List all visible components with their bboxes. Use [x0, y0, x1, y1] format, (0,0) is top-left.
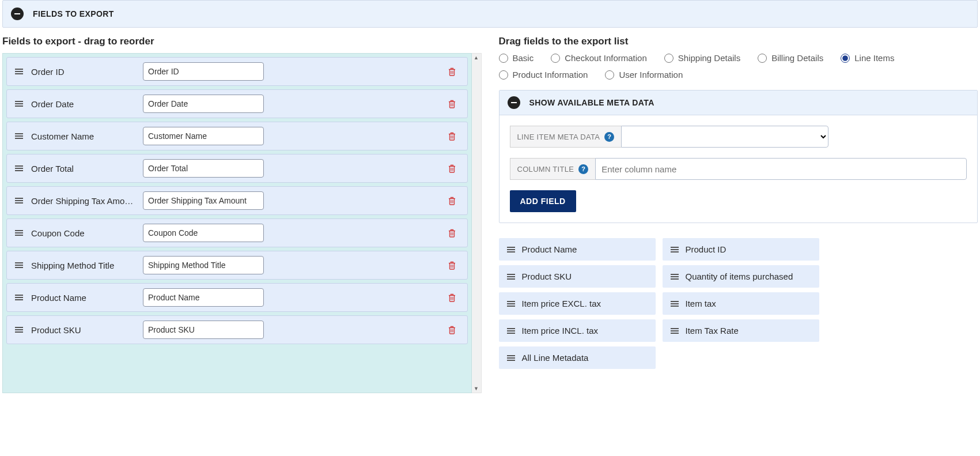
category-radio-input[interactable]: [499, 70, 508, 80]
column-title-input[interactable]: [595, 158, 967, 180]
export-field-input[interactable]: [143, 256, 264, 274]
export-field-row[interactable]: Order Total: [6, 154, 468, 183]
add-field-button[interactable]: ADD FIELD: [510, 190, 576, 212]
category-radio-input[interactable]: [664, 54, 673, 63]
drag-handle-icon[interactable]: [507, 328, 515, 334]
drag-handle-icon[interactable]: [15, 165, 23, 171]
export-field-input[interactable]: [143, 127, 264, 145]
drag-handle-icon[interactable]: [507, 247, 515, 253]
export-field-input[interactable]: [143, 95, 264, 113]
export-fields-list[interactable]: Order IDOrder DateCustomer NameOrder Tot…: [2, 53, 472, 393]
available-field-label: Product Name: [522, 244, 577, 254]
remove-field-button[interactable]: [445, 323, 459, 337]
available-field-pill[interactable]: Item price INCL. tax: [499, 319, 656, 342]
export-field-input[interactable]: [143, 224, 264, 242]
available-field-pill[interactable]: All Line Metadata: [499, 346, 656, 369]
category-radio-line-items[interactable]: Line Items: [841, 53, 894, 63]
drag-handle-icon[interactable]: [15, 295, 23, 300]
drag-handle-icon[interactable]: [671, 328, 679, 334]
drag-handle-icon[interactable]: [15, 133, 23, 139]
available-field-pill[interactable]: Item price EXCL. tax: [499, 292, 656, 315]
drag-handle-icon[interactable]: [671, 274, 679, 280]
drag-handle-icon[interactable]: [15, 198, 23, 203]
export-field-label: Order Shipping Tax Amount: [31, 196, 135, 206]
available-field-pill[interactable]: Item tax: [663, 292, 819, 315]
panel-header[interactable]: FIELDS TO EXPORT: [2, 0, 978, 28]
help-icon[interactable]: ?: [604, 132, 614, 142]
available-field-pill[interactable]: Item Tax Rate: [663, 319, 819, 342]
export-field-input[interactable]: [143, 288, 264, 307]
scrollbar[interactable]: ▲ ▼: [472, 53, 482, 393]
export-field-label: Shipping Method Title: [31, 261, 135, 270]
drag-handle-icon[interactable]: [671, 247, 679, 253]
drag-handle-icon[interactable]: [15, 230, 23, 236]
remove-field-button[interactable]: [445, 291, 459, 304]
export-field-label: Product SKU: [31, 325, 135, 335]
export-field-row[interactable]: Order Shipping Tax Amount: [6, 186, 468, 215]
category-radio-basic[interactable]: Basic: [499, 53, 534, 63]
category-radio-input[interactable]: [551, 54, 560, 63]
category-radio-checkout-information[interactable]: Checkout Information: [551, 53, 647, 63]
category-radio-input[interactable]: [605, 70, 614, 80]
drag-handle-icon[interactable]: [15, 327, 23, 333]
scroll-up-icon[interactable]: ▲: [474, 54, 479, 62]
remove-field-button[interactable]: [445, 258, 459, 272]
category-radio-input[interactable]: [758, 54, 767, 63]
remove-field-button[interactable]: [445, 97, 459, 111]
available-field-label: Quantity of items purchased: [686, 272, 793, 281]
category-radio-product-information[interactable]: Product Information: [499, 70, 588, 80]
export-field-row[interactable]: Product Name: [6, 283, 468, 312]
export-field-row[interactable]: Product SKU: [6, 315, 468, 344]
meta-label-a-text: LINE ITEM META DATA: [517, 133, 600, 141]
export-field-row[interactable]: Order Date: [6, 89, 468, 118]
export-field-input[interactable]: [143, 321, 264, 339]
remove-field-button[interactable]: [445, 129, 459, 143]
meta-header-title: SHOW AVAILABLE META DATA: [529, 98, 654, 107]
category-radio-user-information[interactable]: User Information: [605, 70, 683, 80]
drag-handle-icon[interactable]: [15, 69, 23, 74]
meta-header[interactable]: SHOW AVAILABLE META DATA: [500, 91, 978, 115]
scroll-down-icon[interactable]: ▼: [474, 385, 479, 393]
category-radio-input[interactable]: [841, 54, 850, 63]
drag-handle-icon[interactable]: [507, 274, 515, 280]
export-field-input[interactable]: [143, 62, 264, 81]
category-radio-label: Basic: [513, 53, 534, 63]
line-item-meta-select[interactable]: [621, 126, 828, 148]
category-radio-input[interactable]: [499, 54, 508, 63]
drag-handle-icon[interactable]: [507, 301, 515, 307]
category-radio-billing-details[interactable]: Billing Details: [758, 53, 823, 63]
drag-handle-icon[interactable]: [15, 101, 23, 107]
available-field-label: Product ID: [686, 244, 727, 254]
remove-field-button[interactable]: [445, 194, 459, 208]
export-field-label: Order Total: [31, 164, 135, 174]
export-field-row[interactable]: Coupon Code: [6, 218, 468, 247]
drag-handle-icon[interactable]: [671, 301, 679, 307]
category-radio-label: Product Information: [513, 70, 588, 80]
export-field-input[interactable]: [143, 159, 264, 178]
available-field-label: Item Tax Rate: [686, 326, 739, 336]
available-field-pill[interactable]: Product ID: [663, 238, 819, 261]
available-field-pill[interactable]: Quantity of items purchased: [663, 265, 819, 288]
category-radio-label: Billing Details: [771, 53, 823, 63]
meta-label-line-item: LINE ITEM META DATA ?: [510, 126, 622, 148]
remove-field-button[interactable]: [445, 65, 459, 78]
drag-handle-icon[interactable]: [15, 262, 23, 268]
minus-circle-icon[interactable]: [508, 96, 520, 109]
export-field-row[interactable]: Order ID: [6, 57, 468, 86]
meta-label-b-text: COLUMN TITLE: [517, 165, 574, 174]
export-field-label: Order Date: [31, 99, 135, 109]
available-field-label: Item price EXCL. tax: [522, 299, 601, 308]
available-fields-col-a: Product NameProduct SKUItem price EXCL. …: [499, 238, 656, 369]
drag-handle-icon[interactable]: [507, 355, 515, 361]
export-field-row[interactable]: Shipping Method Title: [6, 251, 468, 280]
available-field-pill[interactable]: Product Name: [499, 238, 656, 261]
export-field-row[interactable]: Customer Name: [6, 122, 468, 150]
category-radio-shipping-details[interactable]: Shipping Details: [664, 53, 740, 63]
remove-field-button[interactable]: [445, 226, 459, 240]
right-subheading: Drag fields to the export list: [499, 36, 978, 47]
minus-circle-icon[interactable]: [11, 7, 24, 20]
available-field-pill[interactable]: Product SKU: [499, 265, 656, 288]
help-icon[interactable]: ?: [578, 164, 588, 174]
export-field-input[interactable]: [143, 191, 264, 210]
remove-field-button[interactable]: [445, 161, 459, 175]
